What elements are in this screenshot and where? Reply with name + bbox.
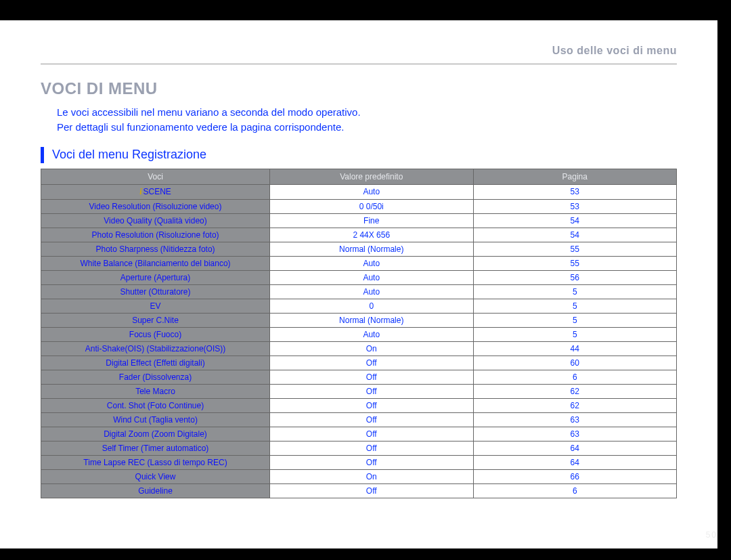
cell-default: Auto (270, 284, 473, 299)
col-header-default: Valore predefinito (270, 169, 473, 184)
page-root: Uso delle voci di menu VOCI DI MENU Le v… (0, 0, 731, 560)
col-header-items: Voci (41, 169, 270, 184)
cell-default: Off (270, 384, 473, 398)
cell-page: 64 (473, 455, 677, 469)
cell-default: On (270, 341, 473, 356)
table-row: Digital Zoom (Zoom Digitale)Off63 (41, 427, 677, 441)
table-header-row: Voci Valore predefinito Pagina (41, 169, 677, 184)
cell-default: 2 44X 656 (270, 228, 473, 242)
cell-default: Off (270, 356, 473, 370)
cell-page: 54 (473, 213, 677, 228)
cell-default: Auto (270, 270, 473, 284)
cell-item: EV (41, 299, 270, 313)
cell-item: Anti-Shake(OIS) (Stabilizzazione(OIS)) (41, 341, 270, 356)
intro-text: Le voci accessibili nel menu variano a s… (57, 105, 677, 135)
cell-default: Fine (270, 213, 473, 228)
cell-page: 62 (473, 398, 677, 412)
table-row: Tele MacroOff62 (41, 384, 677, 398)
cell-item: Shutter (Otturatore) (41, 284, 270, 299)
section-heading-bar (41, 147, 44, 163)
table-row: Aperture (Apertura)Auto56 (41, 270, 677, 284)
table-row: Focus (Fuoco)Auto5 (41, 327, 677, 341)
cell-page: 56 (473, 270, 677, 284)
cell-default: Normal (Normale) (270, 242, 473, 256)
cell-page: 63 (473, 427, 677, 441)
table-row: Fader (Dissolvenza)Off6 (41, 370, 677, 384)
table-row: Time Lapse REC (Lasso di tempo REC)Off64 (41, 455, 677, 469)
cell-item: Digital Effect (Effetti digitali) (41, 356, 270, 370)
menu-table: Voci Valore predefinito Pagina iSCENEAut… (41, 169, 677, 498)
cell-default: Normal (Normale) (270, 313, 473, 327)
cell-page: 5 (473, 284, 677, 299)
cell-item-text: SCENE (143, 187, 171, 196)
cell-page: 6 (473, 370, 677, 384)
page-title: VOCI DI MENU (41, 79, 677, 98)
cell-item: Fader (Dissolvenza) (41, 370, 270, 384)
cell-default: Auto (270, 256, 473, 270)
content-area: Uso delle voci di menu VOCI DI MENU Le v… (0, 20, 717, 498)
cell-page: 63 (473, 412, 677, 427)
cell-item: Photo Resolution (Risoluzione foto) (41, 228, 270, 242)
cell-default: Off (270, 455, 473, 469)
cell-page: 60 (473, 356, 677, 370)
cell-item: Photo Sharpness (Nitidezza foto) (41, 242, 270, 256)
cell-item: Cont. Shot (Foto Continue) (41, 398, 270, 412)
cell-item: Digital Zoom (Zoom Digitale) (41, 427, 270, 441)
header-breadcrumb: Uso delle voci di menu (41, 20, 677, 64)
intro-line-2: Per dettagli sul funzionamento vedere la… (57, 121, 344, 133)
cell-page: 44 (473, 341, 677, 356)
cell-page: 5 (473, 299, 677, 313)
col-header-page: Pagina (473, 169, 677, 184)
table-row: GuidelineOff6 (41, 483, 677, 498)
document-sheet: Uso delle voci di menu VOCI DI MENU Le v… (0, 20, 717, 548)
cell-page: 55 (473, 242, 677, 256)
cell-item: Focus (Fuoco) (41, 327, 270, 341)
cell-item: Tele Macro (41, 384, 270, 398)
cell-item: Self Timer (Timer automatico) (41, 441, 270, 455)
cell-default: Off (270, 398, 473, 412)
table-row: Shutter (Otturatore)Auto5 (41, 284, 677, 299)
cell-page: 55 (473, 256, 677, 270)
cell-page: 62 (473, 384, 677, 398)
scene-i-icon: i (139, 187, 141, 196)
table-row: Wind Cut (Taglia vento)Off63 (41, 412, 677, 427)
cell-page: 66 (473, 469, 677, 483)
cell-default: Off (270, 370, 473, 384)
cell-item: Time Lapse REC (Lasso di tempo REC) (41, 455, 270, 469)
cell-default: Off (270, 441, 473, 455)
cell-item: Quick View (41, 469, 270, 483)
cell-page: 53 (473, 199, 677, 213)
cell-item: Video Resolution (Risoluzione video) (41, 199, 270, 213)
table-row: Video Resolution (Risoluzione video)0 0/… (41, 199, 677, 213)
cell-default: 0 0/50i (270, 199, 473, 213)
cell-default: Off (270, 427, 473, 441)
cell-default: Auto (270, 184, 473, 199)
cell-page: 6 (473, 483, 677, 498)
cell-default: Off (270, 412, 473, 427)
cell-default: 0 (270, 299, 473, 313)
cell-item: Super C.Nite (41, 313, 270, 327)
cell-default: On (270, 469, 473, 483)
table-row: Photo Resolution (Risoluzione foto)2 44X… (41, 228, 677, 242)
cell-item: Aperture (Apertura) (41, 270, 270, 284)
cell-item: Wind Cut (Taglia vento) (41, 412, 270, 427)
cell-default: Off (270, 483, 473, 498)
intro-line-1: Le voci accessibili nel menu variano a s… (57, 106, 361, 118)
table-row: Anti-Shake(OIS) (Stabilizzazione(OIS))On… (41, 341, 677, 356)
cell-item: iSCENE (41, 184, 270, 199)
section-heading: Voci del menu Registrazione (41, 147, 677, 163)
cell-page: 54 (473, 228, 677, 242)
table-row: Self Timer (Timer automatico)Off64 (41, 441, 677, 455)
cell-page: 5 (473, 327, 677, 341)
cell-item: White Balance (Bilanciamento del bianco) (41, 256, 270, 270)
table-row: Quick ViewOn66 (41, 469, 677, 483)
cell-page: 5 (473, 313, 677, 327)
table-row: Cont. Shot (Foto Continue)Off62 (41, 398, 677, 412)
table-row: Digital Effect (Effetti digitali)Off60 (41, 356, 677, 370)
table-row: iSCENEAuto53 (41, 184, 677, 199)
table-body: iSCENEAuto53Video Resolution (Risoluzion… (41, 184, 677, 498)
table-row: Video Quality (Qualità video)Fine54 (41, 213, 677, 228)
cell-item: Video Quality (Qualità video) (41, 213, 270, 228)
section-heading-text: Voci del menu Registrazione (52, 148, 206, 162)
cell-page: 53 (473, 184, 677, 199)
